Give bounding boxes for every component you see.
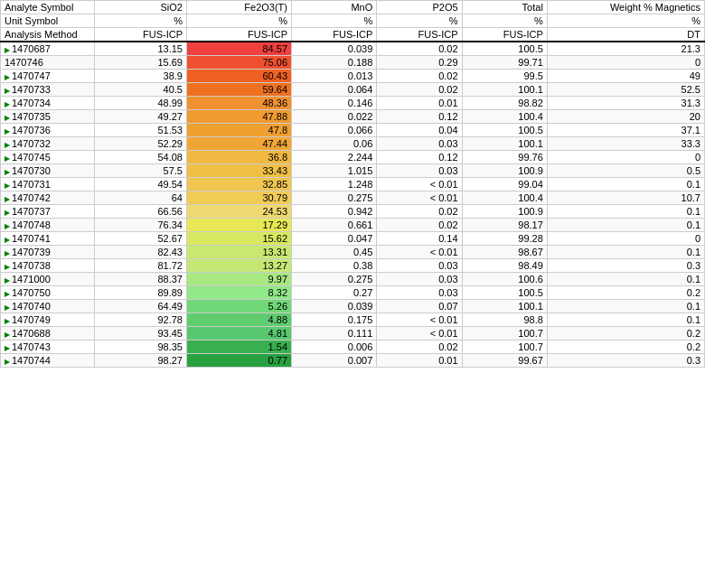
table-row: ▶147074738.960.430.0130.0299.549	[1, 70, 705, 83]
table-row: ▶147074064.495.260.0390.07100.10.1	[1, 300, 705, 313]
row-id: ▶1470749	[1, 313, 95, 327]
mno-value: 0.047	[292, 232, 377, 246]
wpm-value: 0.1	[547, 178, 704, 191]
data-table: Analyte Symbol SiO2 Fe2O3(T) MnO P2O5 To…	[0, 0, 705, 368]
fe2o3-method: FUS-ICP	[186, 28, 291, 42]
wpm-value: 0.1	[547, 205, 704, 219]
triangle-icon: ▶	[5, 263, 10, 271]
total-value: 100.1	[462, 137, 547, 151]
wpm-value: 0.2	[547, 341, 704, 354]
triangle-icon: ▶	[5, 249, 10, 257]
p2o5-value: < 0.01	[377, 313, 462, 327]
table-body: ▶147068713.1584.570.0390.02100.521.31470…	[1, 42, 705, 368]
p2o5-value: 0.14	[377, 232, 462, 246]
triangle-icon: ▶	[5, 73, 10, 81]
triangle-icon: ▶	[5, 331, 10, 339]
sio2-value: 38.9	[95, 70, 187, 83]
p2o5-method: FUS-ICP	[377, 28, 462, 42]
triangle-icon: ▶	[5, 290, 10, 298]
triangle-icon: ▶	[5, 344, 10, 352]
wpm-value: 52.5	[547, 83, 704, 97]
table-row: ▶147068893.454.810.111< 0.01100.70.2	[1, 327, 705, 341]
sio2-value: 40.5	[95, 83, 187, 97]
total-value: 99.04	[462, 178, 547, 191]
row-id: ▶1470735	[1, 110, 95, 124]
fe2o3-value: 24.53	[186, 205, 291, 219]
fe2o3-value: 60.43	[186, 70, 291, 83]
p2o5-value: 0.02	[377, 219, 462, 232]
fe2o3-header: Fe2O3(T)	[186, 1, 291, 14]
fe2o3-value: 17.29	[186, 219, 291, 232]
fe2o3-value: 75.06	[186, 56, 291, 70]
fe2o3-value: 33.43	[186, 164, 291, 178]
row-id: ▶1470730	[1, 164, 95, 178]
total-value: 100.9	[462, 205, 547, 219]
mno-method: FUS-ICP	[292, 28, 377, 42]
p2o5-value: < 0.01	[377, 327, 462, 341]
mno-value: 0.039	[292, 300, 377, 313]
p2o5-value: 0.03	[377, 259, 462, 273]
sio2-value: 13.15	[95, 42, 187, 56]
fe2o3-value: 47.88	[186, 110, 291, 124]
fe2o3-unit: %	[186, 14, 291, 28]
fe2o3-value: 0.77	[186, 354, 291, 368]
row-id: 1470746	[1, 56, 95, 70]
triangle-icon: ▶	[5, 100, 10, 108]
p2o5-value: 0.02	[377, 70, 462, 83]
wpm-value: 0.1	[547, 313, 704, 327]
wpm-value: 37.1	[547, 124, 704, 137]
sio2-value: 57.5	[95, 164, 187, 178]
table-row: ▶147073881.7213.270.380.0398.490.3	[1, 259, 705, 273]
row-id: ▶1470750	[1, 286, 95, 300]
mno-value: 0.661	[292, 219, 377, 232]
row-id: ▶1470744	[1, 354, 95, 368]
fe2o3-value: 13.27	[186, 259, 291, 273]
table-row: 147074615.6975.060.1880.2999.710	[1, 56, 705, 70]
sio2-value: 54.08	[95, 151, 187, 164]
row-id: ▶1470738	[1, 259, 95, 273]
analyte-symbol-label: Analyte Symbol	[1, 1, 95, 14]
sio2-value: 66.56	[95, 205, 187, 219]
total-value: 100.9	[462, 164, 547, 178]
triangle-icon: ▶	[5, 209, 10, 217]
mno-value: 0.007	[292, 354, 377, 368]
total-value: 98.8	[462, 313, 547, 327]
mno-value: 0.188	[292, 56, 377, 70]
sio2-value: 52.67	[95, 232, 187, 246]
triangle-icon: ▶	[5, 195, 10, 203]
triangle-icon: ▶	[5, 222, 10, 230]
table-row: ▶147074152.6715.620.0470.1499.280	[1, 232, 705, 246]
triangle-icon: ▶	[5, 114, 10, 122]
wpm-value: 0.3	[547, 354, 704, 368]
fe2o3-value: 59.64	[186, 83, 291, 97]
p2o5-value: < 0.01	[377, 178, 462, 191]
sio2-value: 76.34	[95, 219, 187, 232]
fe2o3-value: 13.31	[186, 246, 291, 259]
triangle-icon: ▶	[5, 182, 10, 190]
fe2o3-value: 47.8	[186, 124, 291, 137]
total-value: 99.28	[462, 232, 547, 246]
mno-value: 0.039	[292, 42, 377, 56]
p2o5-value: 0.29	[377, 56, 462, 70]
table-row: ▶147074554.0836.82.2440.1299.760	[1, 151, 705, 164]
sio2-value: 64	[95, 191, 187, 205]
wpm-value: 0	[547, 232, 704, 246]
sio2-value: 64.49	[95, 300, 187, 313]
row-id: ▶1471000	[1, 273, 95, 286]
p2o5-value: 0.03	[377, 137, 462, 151]
fe2o3-value: 30.79	[186, 191, 291, 205]
table-row: ▶147068713.1584.570.0390.02100.521.3	[1, 42, 705, 56]
total-value: 100.5	[462, 124, 547, 137]
wpm-value: 21.3	[547, 42, 704, 56]
wpm-value: 0.1	[547, 246, 704, 259]
total-value: 100.4	[462, 191, 547, 205]
sio2-value: 98.27	[95, 354, 187, 368]
p2o5-value: 0.01	[377, 97, 462, 110]
row-id: ▶1470739	[1, 246, 95, 259]
triangle-icon: ▶	[5, 87, 10, 95]
total-value: 98.82	[462, 97, 547, 110]
mno-value: 0.942	[292, 205, 377, 219]
wpm-header: Weight % Magnetics	[547, 1, 704, 14]
p2o5-value: 0.03	[377, 286, 462, 300]
table-row: ▶147074992.784.880.175< 0.0198.80.1	[1, 313, 705, 327]
